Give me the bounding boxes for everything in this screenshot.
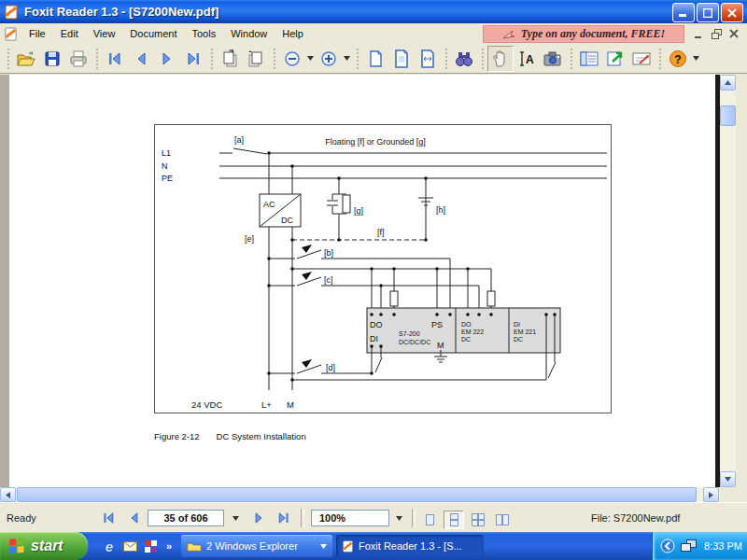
app-shortcut-icon[interactable] — [142, 537, 159, 555]
vertical-scrollbar[interactable] — [720, 75, 736, 487]
diagram-wiring — [155, 125, 612, 413]
mail-icon[interactable] — [121, 537, 138, 555]
zoom-in-button[interactable] — [316, 46, 342, 72]
status-first-page-button[interactable] — [98, 511, 119, 525]
find-button[interactable] — [451, 46, 477, 72]
converter-dc-label: DC — [281, 216, 293, 225]
continuous-facing-layout-button[interactable] — [492, 511, 513, 529]
zoom-level-input[interactable]: 100% — [311, 510, 389, 526]
continuous-layout-button[interactable] — [444, 511, 464, 529]
zoom-in-dropdown[interactable] — [342, 47, 352, 71]
bookmarks-panel-button[interactable] — [576, 46, 602, 72]
figure-caption-number: Figure 2-12 — [154, 431, 200, 441]
last-page-button[interactable] — [180, 46, 206, 72]
actual-size-button[interactable] — [362, 46, 388, 72]
label-c: [c] — [324, 275, 333, 285]
menu-tools[interactable]: Tools — [185, 25, 224, 42]
status-next-page-button[interactable] — [248, 511, 269, 525]
taskbar-clock[interactable]: 8:33 PM — [704, 540, 742, 552]
menu-file[interactable]: File — [21, 25, 53, 42]
help-dropdown[interactable] — [691, 47, 701, 71]
next-page-button[interactable] — [154, 46, 180, 72]
vertical-scroll-thumb[interactable] — [720, 105, 736, 126]
diagram-labels: Floating [f] or Grounded [g] L1 N PE [a]… — [162, 135, 536, 410]
promo-banner[interactable]: Type on any document, FREE! — [483, 25, 684, 43]
menu-document[interactable]: Document — [122, 25, 184, 42]
taskbar-button-foxit[interactable]: Foxit Reader 1.3 - [S... — [336, 535, 484, 557]
maximize-button[interactable] — [697, 3, 719, 22]
folder-icon — [187, 540, 202, 553]
print-button[interactable] — [65, 46, 92, 72]
open-button[interactable] — [13, 46, 39, 72]
document-viewport: Floating [f] or Grounded [g] L1 N PE [a]… — [0, 75, 720, 487]
cpu-ps-label: PS — [431, 320, 443, 329]
horizontal-scroll-thumb[interactable] — [17, 487, 697, 502]
zoom-out-button[interactable] — [279, 46, 305, 72]
rail-pe-label: PE — [162, 174, 173, 183]
toolbar: A ? — [0, 44, 747, 74]
fit-page-button[interactable] — [388, 46, 415, 72]
em221-name-label: EM 221 — [514, 329, 536, 335]
typewriter-button[interactable] — [628, 46, 655, 72]
previous-page-button[interactable] — [128, 46, 154, 72]
toolbar-grip — [95, 49, 98, 69]
label-d: [d] — [326, 363, 335, 372]
previous-view-button[interactable] — [217, 46, 243, 72]
snapshot-button[interactable] — [540, 46, 566, 72]
page-indicator-input[interactable]: 35 of 606 — [148, 510, 224, 526]
toolbar-grip — [658, 49, 661, 69]
single-page-layout-button[interactable] — [419, 511, 440, 529]
supply-lplus-label: L+ — [261, 399, 272, 410]
start-button[interactable]: start — [0, 532, 88, 560]
minimize-button[interactable] — [672, 3, 695, 22]
select-text-button[interactable]: A — [514, 46, 540, 72]
cpu-type-label: DC/DC/DC — [399, 339, 430, 345]
network-status-icon[interactable] — [681, 539, 697, 553]
scroll-right-button[interactable] — [703, 487, 719, 502]
diagram-figure: Floating [f] or Grounded [g] L1 N PE [a]… — [154, 124, 613, 414]
chevron-down-icon — [320, 544, 327, 549]
status-previous-page-button[interactable] — [123, 511, 144, 525]
hand-tool-button[interactable] — [487, 46, 514, 72]
rail-n-label: N — [162, 161, 168, 171]
menu-bar: File Edit View Document Tools Window Hel… — [0, 23, 747, 44]
scroll-up-button[interactable] — [720, 75, 736, 91]
status-last-page-button[interactable] — [273, 511, 293, 525]
window-title: Foxit Reader 1.3 - [S7200New.pdf] — [24, 5, 218, 19]
scrollbar-corner — [720, 487, 747, 502]
status-bar: Ready 35 of 606 100% File: S7200New.pdf — [0, 502, 747, 533]
save-button[interactable] — [39, 46, 65, 72]
help-button[interactable]: ? — [665, 46, 691, 72]
label-e: [e] — [245, 234, 254, 244]
close-button[interactable] — [721, 3, 743, 22]
quick-launch-overflow-chevron[interactable]: » — [161, 537, 177, 555]
start-button-label: start — [31, 538, 63, 554]
fit-width-button[interactable] — [415, 46, 441, 72]
page-indicator-dropdown[interactable] — [228, 511, 243, 525]
menu-window[interactable]: Window — [223, 25, 275, 42]
diagram-title: Floating [f] or Grounded [g] — [325, 137, 426, 147]
zoom-level-dropdown[interactable] — [391, 511, 406, 525]
zoom-out-dropdown[interactable] — [305, 47, 316, 71]
menu-help[interactable]: Help — [275, 25, 311, 42]
menu-edit[interactable]: Edit — [53, 25, 86, 42]
toolbar-grip — [356, 49, 359, 69]
export-button[interactable] — [602, 46, 628, 72]
scroll-down-button[interactable] — [720, 471, 736, 487]
em222-io-label: DO — [461, 321, 472, 328]
next-view-button[interactable] — [243, 46, 269, 72]
facing-layout-button[interactable] — [468, 511, 488, 529]
menu-view[interactable]: View — [86, 25, 123, 42]
toolbar-grip — [7, 49, 9, 69]
mdi-close-button[interactable] — [727, 27, 741, 40]
mdi-restore-button[interactable] — [710, 27, 724, 40]
first-page-button[interactable] — [102, 46, 128, 72]
cpu-m-label: M — [437, 341, 444, 350]
toolbar-grip — [481, 49, 484, 69]
scroll-left-button[interactable] — [0, 487, 16, 502]
tray-collapse-chevron[interactable] — [660, 539, 675, 553]
taskbar-group-windows-explorer[interactable]: 2 Windows Explorer — [181, 535, 332, 557]
internet-explorer-icon[interactable]: e — [101, 537, 118, 555]
mdi-minimize-button[interactable] — [692, 27, 706, 40]
rail-l1-label: L1 — [162, 148, 171, 158]
